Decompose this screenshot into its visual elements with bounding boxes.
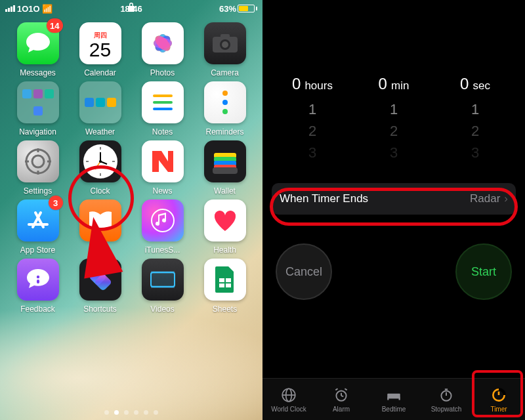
photos-icon [142, 22, 184, 64]
svg-line-53 [345, 388, 346, 390]
app-feedback[interactable]: Feedback [7, 259, 69, 314]
stopwatch-icon [438, 387, 455, 404]
app-reminders[interactable]: Reminders [194, 81, 256, 136]
picker-minutes[interactable]: 0min 123 [353, 72, 434, 163]
tab-stopwatch[interactable]: Stopwatch [420, 379, 472, 420]
duration-picker[interactable]: 0hours 123 0min 123 0sec 123 [262, 72, 525, 163]
app-clock[interactable]: Clock [69, 140, 131, 196]
bed-icon [385, 387, 402, 404]
tab-bedtime[interactable]: Bedtime [368, 379, 420, 420]
wallet-icon [204, 140, 246, 182]
app-weather-folder[interactable]: Weather [69, 81, 131, 136]
notes-icon [142, 81, 184, 123]
svg-rect-9 [220, 34, 230, 38]
app-photos[interactable]: Photos [131, 22, 194, 77]
feedback-icon [17, 259, 59, 301]
when-timer-ends-row[interactable]: When Timer Ends Radar› [272, 183, 516, 215]
settings-icon [17, 140, 59, 182]
tab-timer[interactable]: Timer [472, 379, 525, 420]
news-icon [142, 140, 184, 182]
when-timer-ends-value: Radar› [470, 192, 508, 205]
clock-icon [79, 140, 121, 182]
svg-rect-55 [387, 397, 400, 398]
alarm-icon [333, 387, 350, 404]
app-settings[interactable]: Settings [7, 140, 69, 196]
page-dots[interactable] [0, 410, 262, 415]
tab-alarm[interactable]: Alarm [315, 379, 368, 420]
tab-bar: World Clock Alarm Bedtime Stopwatch Time… [262, 378, 525, 420]
badge: 14 [47, 18, 62, 33]
videos-icon [142, 259, 184, 301]
svg-rect-39 [151, 272, 175, 287]
svg-point-25 [99, 160, 102, 163]
app-itunes[interactable]: iTunesS... [131, 200, 194, 255]
home-screen: 1O1O 📶 18:46 63% 14Messages 周四25Calendar… [0, 0, 262, 420]
app-camera[interactable]: Camera [194, 22, 256, 77]
svg-rect-42 [151, 285, 175, 288]
svg-rect-57 [399, 398, 400, 400]
app-grid: 14Messages 周四25Calendar Photos Camera Na… [0, 14, 262, 314]
messages-icon: 14 [17, 22, 59, 64]
folder-icon [79, 81, 121, 123]
timer-screen: 0hours 123 0min 123 0sec 123 When Timer … [262, 0, 525, 420]
picker-hours[interactable]: 0hours 123 [272, 72, 353, 163]
cancel-button[interactable]: Cancel [276, 243, 332, 300]
svg-line-52 [335, 388, 337, 390]
app-videos[interactable]: Videos [131, 259, 194, 314]
app-calendar[interactable]: 周四25Calendar [69, 22, 131, 77]
app-health[interactable]: Health [194, 200, 256, 255]
svg-point-11 [222, 41, 228, 48]
svg-rect-30 [213, 167, 238, 174]
when-timer-ends-label: When Timer Ends [280, 192, 368, 205]
svg-rect-60 [445, 388, 448, 390]
status-time: 18:46 [0, 4, 262, 14]
picker-seconds[interactable]: 0sec 123 [434, 72, 516, 163]
app-wallet[interactable]: Wallet [194, 140, 256, 196]
app-news[interactable]: News [131, 140, 194, 196]
svg-rect-41 [151, 271, 175, 274]
reminders-icon [204, 81, 246, 123]
badge: 3 [49, 196, 63, 210]
itunes-icon [142, 200, 184, 242]
svg-point-13 [32, 156, 44, 167]
timer-icon [490, 387, 507, 404]
app-navigation-folder[interactable]: Navigation [7, 81, 69, 136]
app-appstore[interactable]: 3App Store [7, 200, 69, 255]
globe-icon [280, 387, 297, 404]
svg-line-51 [341, 396, 343, 396]
app-messages[interactable]: 14Messages [7, 22, 69, 77]
svg-point-35 [36, 276, 39, 278]
folder-icon [17, 81, 59, 123]
appstore-icon: 3 [17, 200, 59, 242]
svg-rect-56 [387, 398, 388, 400]
sheets-icon [204, 259, 246, 301]
start-button[interactable]: Start [455, 243, 512, 300]
calendar-icon: 周四25 [79, 22, 121, 64]
svg-point-12 [26, 150, 50, 173]
app-sheets[interactable]: Sheets [194, 259, 256, 314]
svg-rect-36 [37, 280, 39, 284]
health-icon [204, 200, 246, 242]
svg-line-24 [95, 161, 100, 169]
tab-world-clock[interactable]: World Clock [262, 379, 315, 420]
app-notes[interactable]: Notes [131, 81, 194, 136]
chevron-right-icon: › [504, 192, 508, 205]
camera-icon [204, 22, 246, 64]
status-bar: 1O1O 📶 18:46 63% [0, 0, 262, 14]
